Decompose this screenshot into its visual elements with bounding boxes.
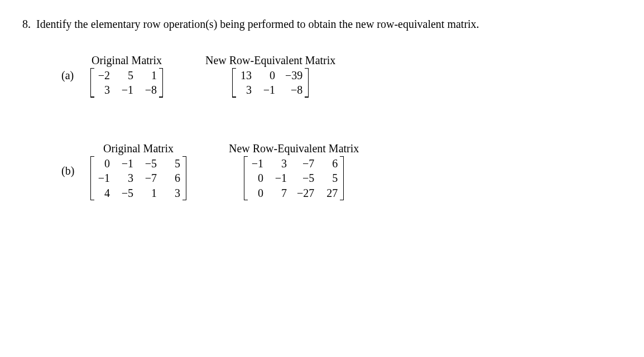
original-matrix: 0−1−55−13−764−513 (90, 156, 186, 200)
question-text: Identify the elementary row operation(s)… (36, 17, 622, 32)
problems-container: (a)Original Matrix−2513−1−8New Row-Equiv… (22, 54, 622, 200)
matrix-cell: 0 (262, 69, 275, 81)
matrix-cell: −39 (285, 69, 302, 81)
matrix-cell: 0 (250, 187, 263, 199)
column-title: Original Matrix (92, 54, 162, 67)
matrix-cell: −1 (97, 172, 110, 184)
matrix-cell: 3 (273, 157, 287, 170)
matrix-cell: 3 (97, 84, 110, 96)
matrix-column: Original Matrix−2513−1−8 (90, 54, 163, 98)
matrix-cell: −7 (297, 157, 314, 170)
matrix-cell: 1 (143, 187, 157, 199)
matrix-cell: 13 (238, 69, 252, 81)
matrix-cell: −1 (262, 84, 275, 96)
matrix-cell: 0 (97, 157, 110, 170)
matrix-cell: 27 (324, 187, 338, 199)
matrix-cell: −5 (143, 157, 157, 170)
matrix-cell: −27 (297, 187, 314, 199)
matrix-cell: −1 (120, 84, 133, 96)
matrix-cell: 3 (120, 172, 133, 184)
matrix-cell: −5 (297, 172, 314, 184)
result-matrix: −13−760−1−5507−2727 (244, 156, 344, 200)
matrix-cell: 5 (324, 172, 338, 184)
column-title: Original Matrix (103, 142, 174, 155)
column-title: New Row-Equivalent Matrix (229, 142, 359, 155)
matrix-cell: 6 (167, 172, 180, 184)
matrix-column: Original Matrix0−1−55−13−764−513 (90, 142, 186, 200)
matrix-cell: 3 (238, 84, 252, 96)
matrix-cell: −2 (97, 69, 110, 81)
matrix-column: New Row-Equivalent Matrix−13−760−1−5507−… (229, 142, 359, 200)
matrix-cell: 0 (250, 172, 263, 184)
matrix-cell: −1 (120, 157, 133, 170)
matrix-column: New Row-Equivalent Matrix130−393−1−8 (205, 54, 335, 98)
matrix-cell: −1 (250, 157, 263, 170)
matrix-cell: 3 (167, 187, 180, 199)
question-number: 8. (22, 18, 31, 31)
matrix-cell: −7 (143, 172, 157, 184)
matrix-cell: −5 (120, 187, 133, 199)
question-line: 8. Identify the elementary row operation… (22, 17, 622, 32)
matrix-cell: 4 (97, 187, 110, 199)
matrix-cell: 5 (120, 69, 133, 81)
subproblem: (b)Original Matrix0−1−55−13−764−513New R… (61, 142, 622, 200)
matrix-cell: −8 (285, 84, 302, 96)
matrix-cell: 6 (324, 157, 338, 170)
matrix-cell: 5 (167, 157, 180, 170)
subproblem-label: (a) (61, 69, 80, 82)
matrix-cell: 1 (143, 69, 157, 81)
matrix-cell: −8 (143, 84, 157, 96)
subproblem-label: (b) (61, 165, 80, 177)
subproblem: (a)Original Matrix−2513−1−8New Row-Equiv… (61, 54, 622, 98)
column-title: New Row-Equivalent Matrix (205, 54, 335, 67)
matrix-cell: −1 (273, 172, 287, 184)
matrix-cell: 7 (273, 187, 287, 199)
original-matrix: −2513−1−8 (90, 68, 163, 98)
result-matrix: 130−393−1−8 (232, 68, 309, 98)
